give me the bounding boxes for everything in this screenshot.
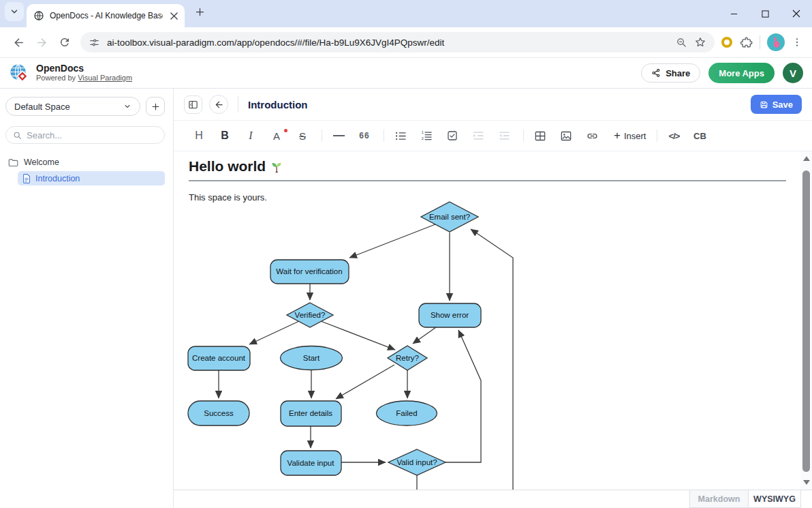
doc-back-button[interactable] xyxy=(209,95,228,114)
new-tab-button[interactable] xyxy=(190,2,209,21)
heading-button[interactable]: H xyxy=(191,127,207,145)
window-minimize-button[interactable] xyxy=(718,0,749,27)
scroll-down-arrow[interactable] xyxy=(803,480,810,485)
save-floppy-icon xyxy=(760,100,768,109)
tab-markdown[interactable]: Markdown xyxy=(689,490,748,508)
svg-text:2: 2 xyxy=(421,136,423,140)
numbered-list-button[interactable]: 1 2 xyxy=(418,127,435,145)
tab-search-button[interactable] xyxy=(5,2,24,21)
horizontal-rule-icon xyxy=(333,135,345,136)
search-input[interactable] xyxy=(27,130,157,140)
scrollbar-thumb[interactable] xyxy=(802,170,810,472)
link-icon xyxy=(587,130,598,142)
tab-close-icon[interactable] xyxy=(168,10,179,21)
toggle-sidebar-button[interactable] xyxy=(184,95,202,114)
browser-tab-strip: OpenDocs - AI Knowledge Base xyxy=(0,0,812,27)
flowchart-node-wait-for-verification: Wait for verification xyxy=(270,260,349,284)
plus-icon xyxy=(195,7,205,17)
checkbox-icon xyxy=(447,130,458,141)
flowchart-nodes: Email sent? Wait for verification Verifi… xyxy=(188,202,481,475)
flowchart-node-failed: Failed xyxy=(377,401,437,425)
color-dot xyxy=(284,129,287,132)
browser-tab[interactable]: OpenDocs - AI Knowledge Base xyxy=(27,4,185,27)
extension-ring-icon[interactable] xyxy=(721,37,732,48)
chevron-down-icon xyxy=(123,102,131,110)
content-scrollbar[interactable] xyxy=(800,151,812,490)
sidebar-tree: Welcome Introduction xyxy=(5,155,165,185)
bookmark-star-icon[interactable] xyxy=(694,36,706,48)
reload-icon xyxy=(59,36,71,48)
opendocs-logo-icon xyxy=(9,63,30,84)
svg-text:Retry?: Retry? xyxy=(396,354,419,362)
zoom-icon[interactable] xyxy=(676,37,687,48)
flowchart-node-create-account: Create account xyxy=(188,346,250,370)
search-icon xyxy=(13,131,22,140)
bullet-list-icon xyxy=(395,131,407,141)
svg-text:Enter details: Enter details xyxy=(289,409,332,417)
space-selector-dropdown[interactable]: Default Space xyxy=(5,97,140,116)
strikethrough-button[interactable]: S xyxy=(294,127,311,145)
extensions-puzzle-icon[interactable] xyxy=(739,35,753,49)
sidebar-item-welcome[interactable]: Welcome xyxy=(5,155,165,169)
image-button[interactable] xyxy=(558,127,574,145)
browser-toolbar: ai-toolbox.visual-paradigm.com/app/opend… xyxy=(0,27,812,58)
flowchart-node-validate-input: Validate input xyxy=(281,451,341,475)
back-arrow-icon xyxy=(214,100,224,110)
save-button[interactable]: Save xyxy=(751,95,802,114)
italic-button[interactable]: I xyxy=(243,127,259,145)
panel-toggle-icon xyxy=(188,100,198,110)
more-apps-button[interactable]: More Apps xyxy=(708,63,775,83)
scroll-up-arrow[interactable] xyxy=(803,156,810,161)
insert-button[interactable]: + Insert xyxy=(614,127,646,145)
kebab-menu-icon[interactable] xyxy=(792,37,802,48)
text-color-button[interactable]: A xyxy=(268,127,285,145)
bold-button[interactable]: B xyxy=(217,127,233,145)
user-avatar[interactable]: V xyxy=(783,63,803,83)
svg-text:Success: Success xyxy=(204,409,234,417)
window-maximize-button[interactable] xyxy=(749,0,781,27)
window-close-button[interactable] xyxy=(781,0,812,27)
svg-text:Start: Start xyxy=(303,354,320,362)
sidebar-search[interactable] xyxy=(5,126,165,144)
link-button[interactable] xyxy=(584,127,600,145)
flowchart-diagram[interactable]: Email sent? Wait for verification Verifi… xyxy=(174,151,800,490)
folder-icon xyxy=(8,158,18,167)
tab-title: OpenDocs - AI Knowledge Base xyxy=(50,11,163,20)
indent-button[interactable] xyxy=(470,127,486,145)
flowchart-node-show-error: Show error xyxy=(419,303,481,327)
add-space-button[interactable] xyxy=(146,97,165,116)
browser-profile-avatar[interactable] xyxy=(767,33,785,51)
visual-paradigm-link[interactable]: Visual Paradigm xyxy=(78,74,132,82)
sidebar-item-introduction[interactable]: Introduction xyxy=(18,171,165,185)
back-arrow-icon xyxy=(12,36,25,49)
table-button[interactable] xyxy=(532,127,548,145)
browser-back-button[interactable] xyxy=(7,31,30,54)
svg-text:Validate input: Validate input xyxy=(287,459,335,467)
blockquote-button[interactable]: 66 xyxy=(356,127,373,145)
code-block-button[interactable]: CB xyxy=(691,127,708,145)
toolbar-divider xyxy=(760,35,760,49)
formatting-toolbar: H B I A S 66 1 2 xyxy=(174,121,812,151)
minimize-icon xyxy=(730,10,738,18)
inline-code-button[interactable]: </> xyxy=(666,127,682,145)
table-icon xyxy=(535,131,546,141)
browser-reload-button[interactable] xyxy=(53,31,76,54)
url-text[interactable]: ai-toolbox.visual-paradigm.com/app/opend… xyxy=(107,38,669,48)
share-icon xyxy=(651,68,661,78)
flowchart-node-start: Start xyxy=(281,346,343,370)
sidebar: Default Space Welcom xyxy=(0,89,174,508)
share-button[interactable]: Share xyxy=(641,63,700,83)
horizontal-rule-button[interactable] xyxy=(330,127,347,145)
toolbar-divider xyxy=(322,130,322,142)
tab-wysiwyg[interactable]: WYSIWYG xyxy=(748,490,801,508)
toolbar-divider xyxy=(384,130,384,142)
browser-forward-button[interactable] xyxy=(30,31,53,54)
site-info-icon[interactable] xyxy=(89,37,100,48)
app-name: OpenDocs xyxy=(36,63,132,74)
bullet-list-button[interactable] xyxy=(392,127,409,145)
flowchart-edges xyxy=(219,224,513,490)
outdent-button[interactable] xyxy=(496,127,512,145)
address-bar[interactable]: ai-toolbox.visual-paradigm.com/app/opend… xyxy=(80,32,715,53)
task-list-button[interactable] xyxy=(444,127,460,145)
document-editor[interactable]: Hello world This space is yours. xyxy=(174,151,812,490)
